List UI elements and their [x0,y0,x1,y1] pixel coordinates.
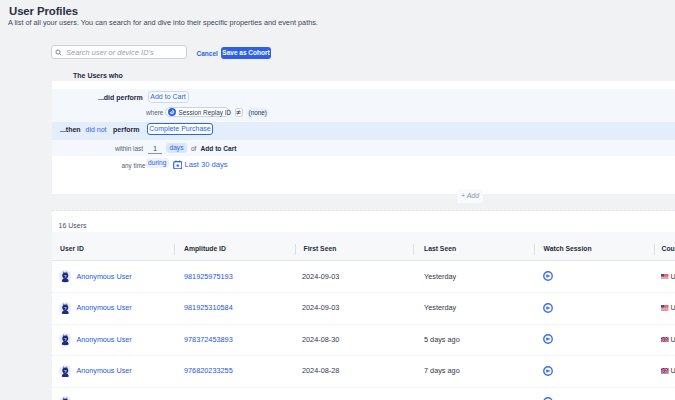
svg-text:?: ? [64,337,67,342]
svg-text:?: ? [64,368,67,373]
svg-text:?: ? [64,305,67,310]
svg-text:?: ? [64,274,67,279]
